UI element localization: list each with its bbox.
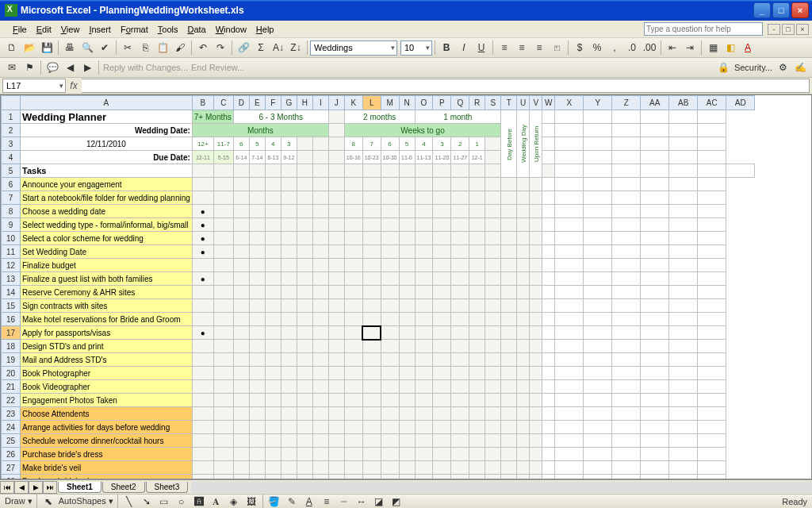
cell[interactable]: [362, 299, 381, 313]
percent-button[interactable]: %: [588, 40, 606, 56]
cell[interactable]: [328, 407, 344, 421]
cell[interactable]: [249, 286, 265, 299]
col-header-P[interactable]: P: [433, 96, 451, 110]
fill-color-button[interactable]: ◧: [722, 40, 739, 56]
cell[interactable]: [344, 313, 362, 326]
cell[interactable]: [399, 434, 415, 448]
cell[interactable]: [451, 178, 469, 191]
cell[interactable]: [698, 299, 726, 313]
cell[interactable]: [249, 326, 265, 340]
cell[interactable]: [281, 191, 297, 205]
cell[interactable]: [233, 421, 249, 434]
cell[interactable]: [362, 272, 381, 286]
cell[interactable]: [451, 326, 469, 340]
italic-button[interactable]: I: [455, 40, 473, 56]
cell[interactable]: [281, 380, 297, 394]
col-header-X[interactable]: X: [555, 96, 584, 110]
cell[interactable]: [381, 380, 399, 394]
cell[interactable]: [328, 461, 344, 475]
cell[interactable]: [555, 448, 584, 461]
cell[interactable]: [555, 407, 584, 421]
cell[interactable]: [641, 367, 669, 380]
row-header-25[interactable]: 25: [2, 434, 21, 448]
cell[interactable]: [542, 272, 555, 286]
cell[interactable]: [612, 232, 641, 245]
cell[interactable]: [584, 218, 612, 232]
cell[interactable]: [233, 326, 249, 340]
cell[interactable]: [469, 178, 485, 191]
cell[interactable]: [469, 448, 485, 461]
cell[interactable]: [281, 461, 297, 475]
dash-button[interactable]: ┈: [335, 494, 353, 509]
cell[interactable]: [451, 353, 469, 367]
col-upon-return[interactable]: Upon Return: [530, 110, 542, 178]
row-header-5[interactable]: 5: [2, 164, 21, 178]
cell[interactable]: [362, 164, 381, 178]
cell[interactable]: [698, 232, 726, 245]
cell[interactable]: [213, 218, 233, 232]
cell[interactable]: [698, 448, 726, 461]
cell[interactable]: [451, 191, 469, 205]
cell[interactable]: [297, 191, 312, 205]
cell[interactable]: [381, 340, 399, 353]
cell[interactable]: [381, 434, 399, 448]
row-header-3[interactable]: 3: [2, 137, 21, 151]
menu-window[interactable]: Window: [211, 23, 251, 36]
cell[interactable]: [698, 259, 726, 272]
cell[interactable]: [485, 299, 501, 313]
task-marker[interactable]: [192, 434, 213, 448]
cell[interactable]: [517, 407, 530, 421]
cell[interactable]: [542, 124, 555, 137]
cell[interactable]: [415, 353, 433, 367]
cell[interactable]: [399, 394, 415, 407]
tasks-header[interactable]: Tasks: [21, 164, 193, 178]
cell[interactable]: [362, 232, 381, 245]
cell[interactable]: [297, 353, 312, 367]
cell[interactable]: [362, 407, 381, 421]
cell[interactable]: [469, 272, 485, 286]
cell[interactable]: [233, 259, 249, 272]
cell[interactable]: [399, 448, 415, 461]
date-11-27[interactable]: 11-27: [451, 151, 469, 164]
bold-button[interactable]: B: [438, 40, 455, 56]
cut-button[interactable]: ✂: [119, 40, 136, 56]
cell[interactable]: [233, 299, 249, 313]
task-row[interactable]: Start a notebook/file folder for wedding…: [21, 191, 193, 205]
cell[interactable]: [344, 205, 362, 218]
font-color-button[interactable]: A: [739, 40, 756, 56]
cell[interactable]: [584, 313, 612, 326]
cell[interactable]: [517, 205, 530, 218]
mail-button[interactable]: ✉: [3, 60, 21, 75]
cell[interactable]: [584, 353, 612, 367]
cell[interactable]: [584, 137, 612, 151]
cell[interactable]: [517, 218, 530, 232]
cell[interactable]: [530, 407, 542, 421]
cell[interactable]: [542, 394, 555, 407]
cell[interactable]: [249, 394, 265, 407]
menu-format[interactable]: Format: [116, 23, 153, 36]
cell[interactable]: [669, 448, 698, 461]
cell[interactable]: [555, 137, 584, 151]
cell[interactable]: [501, 434, 517, 448]
cell[interactable]: [451, 394, 469, 407]
cell[interactable]: [485, 407, 501, 421]
cell[interactable]: [517, 313, 530, 326]
cell[interactable]: [381, 164, 399, 178]
cell[interactable]: [297, 421, 312, 434]
cell[interactable]: [344, 407, 362, 421]
cell[interactable]: [530, 313, 542, 326]
currency-button[interactable]: $: [571, 40, 588, 56]
cell[interactable]: [669, 326, 698, 340]
cell[interactable]: [433, 448, 451, 461]
task-row[interactable]: Engagement Photos Taken: [21, 394, 193, 407]
cell[interactable]: [469, 191, 485, 205]
cell[interactable]: [612, 272, 641, 286]
next-comment-button[interactable]: ▶: [79, 60, 96, 75]
col-header-E[interactable]: E: [249, 96, 265, 110]
cell[interactable]: [555, 286, 584, 299]
cell[interactable]: [415, 407, 433, 421]
col-header-H[interactable]: H: [297, 96, 312, 110]
cell[interactable]: [469, 394, 485, 407]
cell[interactable]: [501, 407, 517, 421]
open-button[interactable]: 📂: [21, 40, 38, 56]
